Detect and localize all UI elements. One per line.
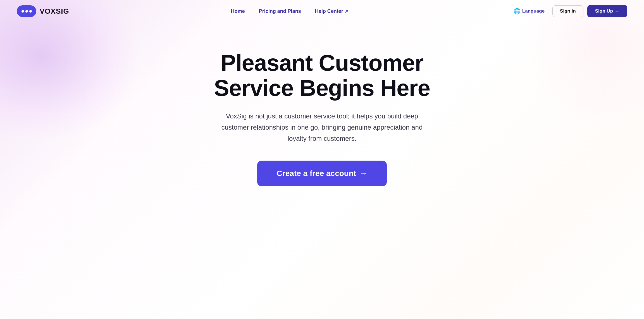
- nav-pricing[interactable]: Pricing and Plans: [259, 8, 301, 14]
- signin-button[interactable]: Sign in: [552, 5, 583, 17]
- page-wrapper: VOXSIG Home Pricing and Plans Help Cente…: [0, 0, 644, 319]
- logo-link[interactable]: VOXSIG: [17, 5, 69, 17]
- logo-icon: [17, 5, 36, 17]
- signup-button[interactable]: Sign Up: [587, 5, 627, 17]
- hero-title: Pleasant Customer Service Begins Here: [196, 50, 448, 101]
- nav-right: 🌐 Language Sign in Sign Up: [510, 5, 627, 17]
- nav-links: Home Pricing and Plans Help Center: [231, 8, 348, 14]
- language-button[interactable]: 🌐 Language: [510, 6, 548, 17]
- nav-help[interactable]: Help Center: [315, 8, 348, 14]
- hero-subtitle: VoxSig is not just a customer service to…: [216, 111, 428, 144]
- logo-text: VOXSIG: [40, 7, 69, 16]
- create-account-button[interactable]: Create a free account: [257, 161, 387, 186]
- language-label: Language: [522, 8, 545, 14]
- hero-section: Pleasant Customer Service Begins Here Vo…: [0, 22, 644, 209]
- language-icon: 🌐: [514, 8, 521, 15]
- navbar: VOXSIG Home Pricing and Plans Help Cente…: [0, 0, 644, 22]
- nav-home[interactable]: Home: [231, 8, 245, 14]
